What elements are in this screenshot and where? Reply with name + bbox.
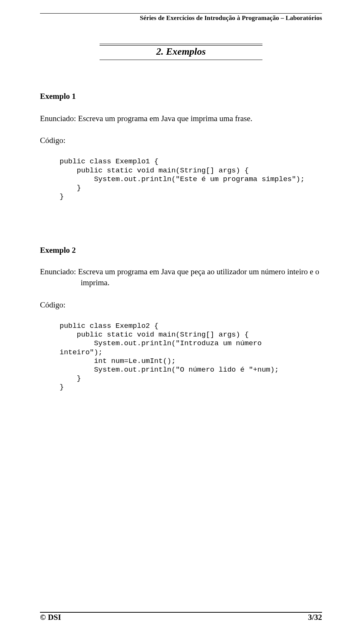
example-2-enunciado: Enunciado: Escreva um programa em Java q… bbox=[40, 266, 322, 288]
footer-row: © DSI 3/32 bbox=[40, 613, 322, 622]
example-2-enunciado-line2: imprima. bbox=[40, 277, 109, 288]
section-heading: 2. Exemplos bbox=[100, 46, 262, 57]
example-1: Exemplo 1 Enunciado: Escreva um programa… bbox=[40, 92, 322, 201]
example-2: Exemplo 2 Enunciado: Escreva um programa… bbox=[40, 246, 322, 392]
example-1-enunciado: Enunciado: Escreva um programa em Java q… bbox=[40, 113, 322, 124]
section-heading-container: 2. Exemplos bbox=[40, 44, 322, 60]
footer-right: 3/32 bbox=[308, 613, 322, 622]
example-2-title: Exemplo 2 bbox=[40, 246, 322, 255]
example-1-codigo-label: Código: bbox=[40, 136, 322, 145]
example-2-code: public class Exemplo2 { public static vo… bbox=[60, 322, 322, 392]
page-footer: © DSI 3/32 bbox=[40, 612, 322, 622]
header-title: Séries de Exercícios de Introdução à Pro… bbox=[40, 14, 322, 22]
footer-left: © DSI bbox=[40, 613, 61, 622]
example-1-title: Exemplo 1 bbox=[40, 92, 322, 101]
section-heading-box: 2. Exemplos bbox=[100, 44, 262, 60]
document-page: Séries de Exercícios de Introdução à Pro… bbox=[0, 0, 362, 644]
header-rule bbox=[40, 13, 322, 14]
example-2-enunciado-line1: Enunciado: Escreva um programa em Java q… bbox=[40, 267, 319, 276]
example-2-codigo-label: Código: bbox=[40, 300, 322, 310]
page-header: Séries de Exercícios de Introdução à Pro… bbox=[40, 13, 322, 22]
example-1-code: public class Exemplo1 { public static vo… bbox=[60, 157, 322, 201]
